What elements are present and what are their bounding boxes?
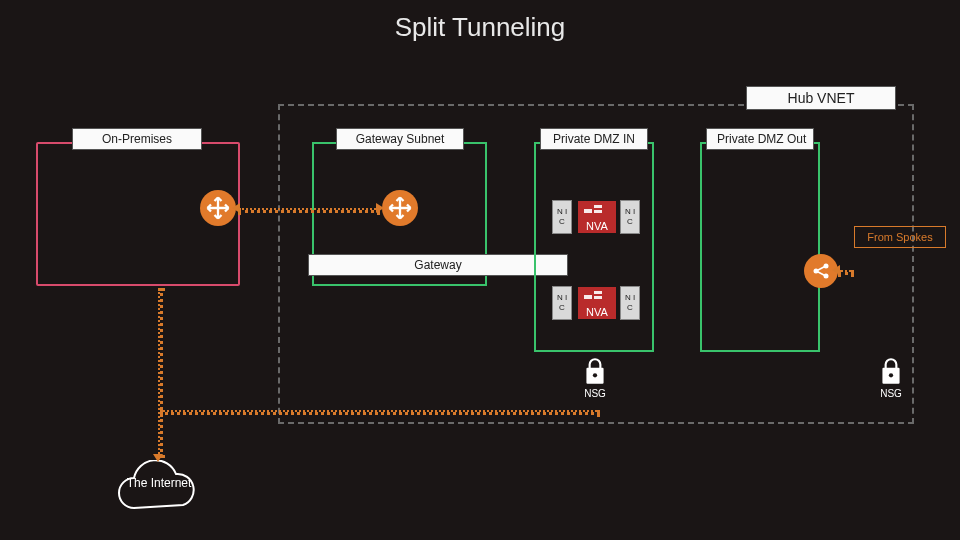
nsg-lock: NSG (574, 356, 616, 400)
private-dmz-in-region (534, 142, 654, 352)
from-spokes-label: From Spokes (854, 226, 946, 248)
gateway-label: Gateway (308, 254, 568, 276)
nsg-lock: NSG (870, 356, 912, 400)
page-title: Split Tunneling (0, 12, 960, 43)
internet-label: The Internet (104, 476, 214, 490)
private-dmz-out-region (700, 142, 820, 352)
private-dmz-out-label: Private DMZ Out (706, 128, 814, 150)
nsg-label: NSG (584, 388, 606, 399)
internet-cloud: The Internet (104, 460, 214, 520)
svg-point-1 (889, 373, 893, 377)
gateway-cross-icon (200, 190, 236, 226)
nva-label: NVA (586, 220, 608, 232)
nva-label: NVA (586, 306, 608, 318)
nic-box: N I C (620, 200, 640, 234)
gateway-subnet-label: Gateway Subnet (336, 128, 464, 150)
nic-box: N I C (620, 286, 640, 320)
nic-box: N I C (552, 200, 572, 234)
private-dmz-in-label: Private DMZ IN (540, 128, 648, 150)
gateway-cross-icon (382, 190, 418, 226)
nva-block: NVA (578, 201, 616, 233)
nsg-label: NSG (880, 388, 902, 399)
on-premises-label: On-Premises (72, 128, 202, 150)
nva-block: NVA (578, 287, 616, 319)
hub-vnet-label: Hub VNET (746, 86, 896, 110)
nic-box: N I C (552, 286, 572, 320)
svg-point-0 (593, 373, 597, 377)
